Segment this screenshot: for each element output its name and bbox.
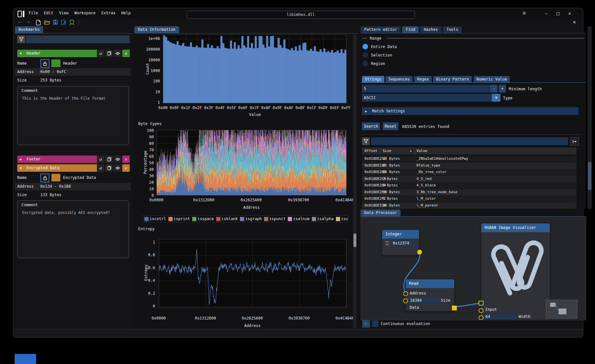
width-input[interactable]: 64 bbox=[484, 314, 517, 320]
redo-icon[interactable]: ↷ bbox=[27, 19, 30, 25]
bookmark-header-visibility-icon[interactable] bbox=[114, 50, 121, 57]
tab-pattern-editor[interactable]: Pattern editor bbox=[361, 26, 401, 33]
legend-item-isupper[interactable]: isupper bbox=[336, 217, 348, 221]
save-icon[interactable] bbox=[53, 20, 58, 26]
goto-result-button[interactable] bbox=[570, 137, 579, 146]
comment-box[interactable]: Comment Encrypted data, possibly AES enc… bbox=[17, 200, 129, 258]
tab-find[interactable]: Find bbox=[402, 26, 419, 33]
table-row[interactable]: 0x018DE2D49 Bytes4_S_black bbox=[362, 182, 576, 189]
search-button[interactable]: Search bbox=[362, 122, 380, 130]
tab-bookmarks[interactable]: Bookmarks bbox=[15, 26, 43, 33]
minimize-button[interactable]: — bbox=[542, 9, 550, 18]
legend-item-isblank[interactable]: isblank bbox=[216, 217, 238, 221]
legend-item-isalpha[interactable]: isalpha bbox=[312, 217, 334, 221]
read-data-output-pin[interactable] bbox=[452, 306, 457, 310]
titlebar[interactable]: FileEditViewWorkspaceExtrasHelp libimhex… bbox=[13, 8, 583, 19]
datainfo-scrollbar[interactable] bbox=[353, 34, 357, 328]
column-value[interactable]: Value bbox=[416, 147, 427, 155]
maximize-button[interactable]: □ bbox=[554, 9, 562, 18]
tab-tools[interactable]: Tools bbox=[443, 26, 462, 33]
tab-data-information[interactable]: Data Information bbox=[134, 26, 179, 33]
collapse-icon[interactable]: ▶ bbox=[20, 157, 22, 161]
legend-item-isspace[interactable]: isspace bbox=[192, 217, 214, 221]
results-filter-icon[interactable] bbox=[362, 137, 370, 145]
continuous-eval-checkbox[interactable] bbox=[372, 320, 378, 327]
match-settings-header[interactable]: ▶ Match Settings bbox=[362, 107, 578, 115]
byte-types-plot[interactable] bbox=[156, 130, 347, 195]
chevron-down-icon[interactable]: ▼ bbox=[492, 94, 500, 102]
bookmark-footer-copy-icon[interactable] bbox=[105, 156, 113, 163]
legend-item-isprint[interactable]: isprint bbox=[168, 217, 190, 221]
type-select[interactable]: ASCII bbox=[362, 94, 494, 102]
bookmark-footer-close-icon[interactable]: ✕ bbox=[122, 156, 130, 163]
read-size-input[interactable]: 16384 bbox=[408, 297, 439, 303]
column-size[interactable]: Size bbox=[383, 147, 391, 155]
menu-item-help[interactable]: Help bbox=[118, 10, 134, 16]
collapse-icon[interactable]: ▼ bbox=[20, 52, 22, 55]
menu-item-workspace[interactable]: Workspace bbox=[72, 10, 99, 16]
column-offset[interactable]: Offset bbox=[364, 147, 377, 155]
legend-item-ispunct[interactable]: ispunct bbox=[264, 217, 286, 221]
open-folder-icon[interactable] bbox=[44, 20, 50, 26]
undo-icon[interactable]: ↶ bbox=[18, 19, 21, 25]
bookmark-encrypted-bar[interactable]: ▼ Encrypted Data bbox=[17, 164, 99, 172]
node-editor-canvas[interactable]: RGBA8 Image Visualizer Input 64 Width 64 bbox=[361, 217, 586, 320]
bookmark-header-close-icon[interactable]: ✕ bbox=[122, 50, 130, 57]
table-row[interactable]: 0x018DE31A10 Bytes\_M_parent bbox=[362, 202, 576, 209]
new-file-icon[interactable] bbox=[36, 20, 41, 26]
visualizer-width-pin[interactable] bbox=[479, 308, 483, 313]
integer-value-input[interactable]: 0x12374 bbox=[391, 240, 417, 246]
collapse-icon[interactable]: ▼ bbox=[20, 166, 22, 170]
menu-item-edit[interactable]: Edit bbox=[41, 10, 56, 16]
integer-output-pin[interactable] bbox=[417, 250, 422, 255]
table-row[interactable]: 0x018DE2CB7 Bytes4_S_red bbox=[362, 176, 576, 182]
node-integer[interactable]: Integer %−×+ 0x12374 bbox=[382, 230, 419, 256]
lock-icon[interactable] bbox=[40, 173, 49, 182]
bookmark-footer-visibility-icon[interactable] bbox=[114, 156, 121, 163]
read-address-pin[interactable] bbox=[403, 291, 408, 296]
run-button[interactable]: ▷ bbox=[362, 320, 370, 328]
node-title[interactable]: RGBA8 Image Visualizer bbox=[481, 223, 550, 232]
radio-selection[interactable] bbox=[363, 52, 368, 58]
lock-icon[interactable] bbox=[40, 59, 49, 68]
comment-box[interactable]: Comment This is the Header of the File f… bbox=[17, 86, 129, 145]
table-row[interactable]: 0x018DE2FC9 Bytes\_M_color bbox=[362, 195, 576, 202]
bookmark-icon[interactable] bbox=[70, 20, 74, 26]
subtab-sequences[interactable]: Sequences bbox=[386, 76, 413, 82]
bookmark-encrypted-jump-icon[interactable]: ↺ bbox=[97, 164, 104, 172]
decrement-button[interactable]: - bbox=[490, 85, 497, 93]
table-row[interactable]: 0x018DE2B014 Bytes_Rb_tree_color bbox=[362, 169, 576, 175]
bookmark-color-swatch[interactable] bbox=[51, 59, 60, 67]
title-input[interactable]: libimhex.dll bbox=[187, 11, 415, 19]
bookmark-encrypted-close-icon[interactable]: ✕ bbox=[122, 164, 130, 172]
table-row[interactable]: 0x018DE25C24 Bytes_ZNSaIwE10deallocateEP… bbox=[362, 156, 576, 162]
bookmark-footer-bar[interactable]: ▶ Footer bbox=[17, 156, 99, 163]
tab-data-processor[interactable]: Data Processor bbox=[361, 209, 401, 216]
bookmarks-filter-input[interactable] bbox=[26, 35, 130, 43]
value-histogram-plot[interactable] bbox=[163, 34, 347, 103]
bookmark-color-swatch[interactable] bbox=[51, 174, 60, 182]
read-size-pin[interactable] bbox=[403, 298, 408, 303]
subtab-regex[interactable]: Regex bbox=[414, 76, 432, 82]
tab-hashes[interactable]: Hashes bbox=[420, 26, 441, 33]
close-button[interactable]: ✕ bbox=[565, 9, 574, 18]
taskbar-item[interactable] bbox=[15, 354, 36, 364]
feedback-smiley-icon[interactable]: ☺ bbox=[520, 9, 528, 18]
subtab-numeric-value[interactable]: Numeric Value bbox=[474, 76, 510, 82]
node-read[interactable]: Read Address 16384 Size Data bbox=[405, 279, 455, 311]
bookmark-header-copy-icon[interactable] bbox=[105, 50, 113, 57]
byte-types-legend[interactable]: iscntrlisprintisspaceisblankisgraphispun… bbox=[143, 215, 348, 222]
radio-entire-data[interactable] bbox=[363, 44, 368, 49]
datainfo-scrollbar-thumb[interactable] bbox=[353, 233, 356, 247]
menu-item-extras[interactable]: Extras bbox=[99, 10, 118, 16]
node-editor-minimap[interactable] bbox=[546, 300, 577, 319]
bookmark-encrypted-copy-icon[interactable] bbox=[105, 164, 113, 172]
legend-item-iscntrl[interactable]: iscntrl bbox=[144, 217, 166, 221]
results-filter-input[interactable] bbox=[371, 137, 568, 145]
workspace-close-icon[interactable]: ✕ bbox=[573, 19, 576, 25]
menu-item-view[interactable]: View bbox=[56, 10, 72, 16]
subtab-binary-pattern[interactable]: Binary Pattern bbox=[433, 76, 472, 82]
node-rgba8-visualizer[interactable]: RGBA8 Image Visualizer Input 64 Width 64 bbox=[481, 223, 550, 320]
bookmark-header-bar[interactable]: ▼ Header bbox=[17, 50, 99, 57]
bookmark-encrypted-visibility-icon[interactable] bbox=[114, 164, 121, 172]
